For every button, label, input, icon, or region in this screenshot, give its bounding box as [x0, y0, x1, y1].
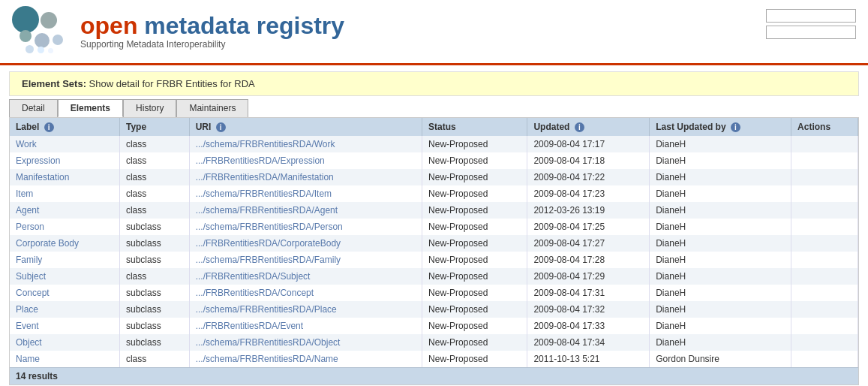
row-uri-link[interactable]: .../schema/FRBRentitiesRDA/Agent	[196, 205, 338, 216]
row-label-link[interactable]: Event	[16, 321, 39, 331]
tab-maintainers[interactable]: Maintainers	[176, 99, 248, 117]
row-status: New-Proposed	[422, 136, 527, 152]
last-updated-info-icon[interactable]: i	[731, 122, 740, 132]
row-uri-link[interactable]: .../FRBRentitiesRDA/CorporateBody	[196, 238, 341, 249]
logo-open: open	[80, 12, 137, 39]
tab-history[interactable]: History	[123, 99, 176, 117]
row-uri-link[interactable]: .../FRBRentitiesRDA/Event	[196, 321, 303, 331]
results-count: 14 results	[10, 367, 858, 384]
row-label-link[interactable]: Agent	[16, 205, 39, 216]
row-updated: 2009-08-04 17:25	[527, 219, 650, 235]
row-label-link[interactable]: Name	[16, 354, 40, 364]
table-row: Subjectclass.../FRBRentitiesRDA/SubjectN…	[10, 268, 858, 285]
row-uri-link[interactable]: .../schema/FRBRentitiesRDA/Work	[196, 139, 335, 149]
row-uri-link[interactable]: .../FRBRentitiesRDA/Manifestation	[196, 172, 334, 182]
header-input-2[interactable]	[766, 26, 856, 39]
row-type: subclass	[119, 318, 189, 334]
row-uri-link[interactable]: .../schema/FRBRentitiesRDA/Place	[196, 304, 337, 315]
row-label-link[interactable]: Manifestation	[16, 172, 69, 182]
row-uri[interactable]: .../FRBRentitiesRDA/Concept	[189, 285, 422, 301]
row-status: New-Proposed	[422, 285, 527, 301]
col-header-updated: Updated i	[527, 118, 650, 136]
row-last-updated-by: DianeH	[650, 202, 791, 219]
tab-detail[interactable]: Detail	[9, 99, 58, 117]
row-uri[interactable]: .../FRBRentitiesRDA/Subject	[189, 268, 422, 285]
row-uri[interactable]: .../schema/FRBRentitiesRDA/Object	[189, 334, 422, 351]
row-status: New-Proposed	[422, 334, 527, 351]
row-uri[interactable]: .../schema/FRBRentitiesRDA/Person	[189, 219, 422, 235]
row-type: subclass	[119, 235, 189, 252]
row-label-link[interactable]: Item	[16, 188, 33, 199]
row-uri[interactable]: .../schema/FRBRentitiesRDA/Agent	[189, 202, 422, 219]
updated-info-icon[interactable]: i	[575, 122, 584, 132]
row-last-updated-by: DianeH	[650, 185, 791, 202]
row-last-updated-by: DianeH	[650, 136, 791, 152]
table-row: Personsubclass.../schema/FRBRentitiesRDA…	[10, 219, 858, 235]
row-uri-link[interactable]: .../schema/FRBRentitiesRDA/Person	[196, 222, 343, 232]
row-actions	[791, 334, 858, 351]
row-updated: 2009-08-04 17:22	[527, 169, 650, 185]
row-uri[interactable]: .../schema/FRBRentitiesRDA/Work	[189, 136, 422, 152]
logo-meta: metadata registry	[137, 12, 344, 39]
row-label-link[interactable]: Person	[16, 222, 44, 232]
row-uri[interactable]: .../FRBRentitiesRDA/CorporateBody	[189, 235, 422, 252]
logo-circle-large	[12, 6, 39, 33]
row-actions	[791, 235, 858, 252]
header: open metadata registry Supporting Metada…	[0, 0, 868, 65]
row-type: class	[119, 185, 189, 202]
row-actions	[791, 285, 858, 301]
row-uri-link[interactable]: .../schema/FRBRentitiesRDA/Name	[196, 354, 338, 364]
row-uri[interactable]: .../FRBRentitiesRDA/Expression	[189, 152, 422, 169]
row-uri[interactable]: .../schema/FRBRentitiesRDA/Family	[189, 252, 422, 268]
uri-info-icon[interactable]: i	[216, 122, 226, 132]
row-label-link[interactable]: Subject	[16, 271, 46, 282]
row-label-link[interactable]: Concept	[16, 288, 50, 298]
elements-table: Label i Type URI i Status Updated i Last…	[10, 118, 858, 367]
col-header-status: Status	[422, 118, 527, 136]
logo-circle-med1	[41, 12, 57, 29]
row-updated: 2009-08-04 17:34	[527, 334, 650, 351]
row-updated: 2009-08-04 17:18	[527, 152, 650, 169]
row-status: New-Proposed	[422, 318, 527, 334]
row-uri-link[interactable]: .../schema/FRBRentitiesRDA/Family	[196, 255, 341, 265]
elements-table-container: Label i Type URI i Status Updated i Last…	[9, 117, 859, 385]
row-last-updated-by: DianeH	[650, 152, 791, 169]
row-label-link[interactable]: Place	[16, 304, 38, 315]
row-actions	[791, 152, 858, 169]
row-label-link[interactable]: Object	[16, 337, 42, 348]
row-label-link[interactable]: Work	[16, 139, 37, 149]
row-uri-link[interactable]: .../FRBRentitiesRDA/Subject	[196, 271, 311, 282]
row-actions	[791, 169, 858, 185]
row-uri[interactable]: .../schema/FRBRentitiesRDA/Name	[189, 351, 422, 367]
row-updated: 2011-10-13 5:21	[527, 351, 650, 367]
page-title-text: Show detail for FRBR Entities for RDA	[89, 78, 255, 89]
row-label-link[interactable]: Corporate Body	[16, 238, 79, 249]
logo-circle-med3	[35, 33, 50, 48]
row-updated: 2009-08-04 17:23	[527, 185, 650, 202]
row-uri[interactable]: .../FRBRentitiesRDA/Event	[189, 318, 422, 334]
col-header-type: Type	[119, 118, 189, 136]
row-last-updated-by: DianeH	[650, 318, 791, 334]
row-last-updated-by: DianeH	[650, 268, 791, 285]
tab-elements[interactable]: Elements	[58, 99, 123, 117]
header-input-1[interactable]	[766, 9, 856, 23]
row-actions	[791, 219, 858, 235]
row-uri-link[interactable]: .../FRBRentitiesRDA/Concept	[196, 288, 314, 298]
row-updated: 2009-08-04 17:29	[527, 268, 650, 285]
row-uri[interactable]: .../schema/FRBRentitiesRDA/Place	[189, 301, 422, 318]
row-uri-link[interactable]: .../schema/FRBRentitiesRDA/Item	[196, 188, 332, 199]
page-title-label: Element Sets:	[22, 78, 86, 89]
label-info-icon[interactable]: i	[44, 122, 54, 132]
row-type: class	[119, 268, 189, 285]
row-actions	[791, 202, 858, 219]
table-row: Eventsubclass.../FRBRentitiesRDA/EventNe…	[10, 318, 858, 334]
table-row: Nameclass.../schema/FRBRentitiesRDA/Name…	[10, 351, 858, 367]
row-label-link[interactable]: Family	[16, 255, 42, 265]
row-type: subclass	[119, 252, 189, 268]
row-uri[interactable]: .../FRBRentitiesRDA/Manifestation	[189, 169, 422, 185]
row-uri[interactable]: .../schema/FRBRentitiesRDA/Item	[189, 185, 422, 202]
row-last-updated-by: DianeH	[650, 219, 791, 235]
row-label-link[interactable]: Expression	[16, 155, 60, 166]
row-uri-link[interactable]: .../FRBRentitiesRDA/Expression	[196, 155, 325, 166]
row-uri-link[interactable]: .../schema/FRBRentitiesRDA/Object	[196, 337, 341, 348]
